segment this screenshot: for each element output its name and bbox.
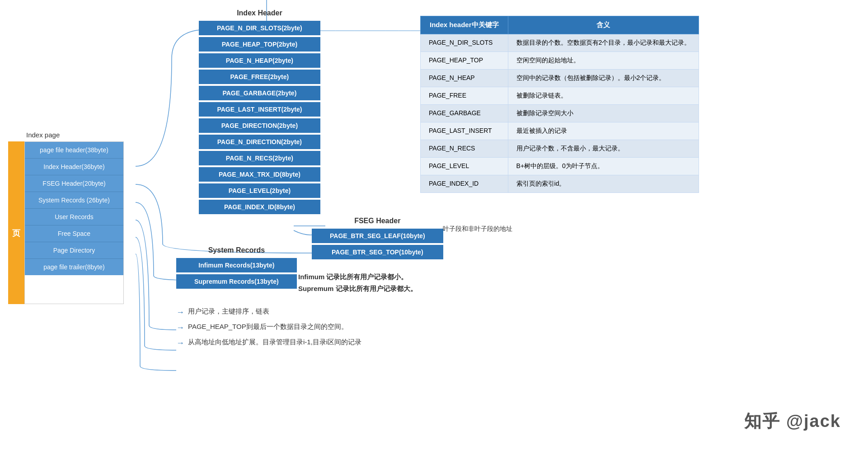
index-page-label: Index page (26, 131, 124, 139)
annotation-text: PAGE_HEAP_TOP到最后一个数据目录之间的空间。 (188, 323, 348, 331)
index-header-item: PAGE_LAST_INSERT(2byte) (199, 102, 320, 117)
page-row: page file trailer(8byte) (25, 259, 123, 275)
index-header-list: PAGE_N_DIR_SLOTS(2byte)PAGE_HEAP_TOP(2by… (199, 21, 320, 214)
index-header-section: Index Header PAGE_N_DIR_SLOTS(2byte)PAGE… (199, 9, 320, 214)
index-header-item: PAGE_N_HEAP(2byte) (199, 53, 320, 68)
page-row: FSEG Header(20byte) (25, 175, 123, 192)
info-table: Index header中关键字 含义 PAGE_N_DIR_SLOTS数据目录… (420, 16, 699, 193)
index-header-item: PAGE_FREE(2byte) (199, 70, 320, 84)
table-cell: PAGE_INDEX_ID (421, 175, 508, 193)
table-cell: 被删除记录链表。 (508, 87, 699, 105)
table-row: PAGE_N_HEAP空间中的记录数（包括被删除记录）。最小2个记录。 (421, 70, 699, 87)
index-header-item: PAGE_N_DIR_SLOTS(2byte) (199, 21, 320, 35)
table-row: PAGE_LEVELB+树中的层级。0为叶子节点。 (421, 158, 699, 175)
table-cell: B+树中的层级。0为叶子节点。 (508, 158, 699, 175)
fseg-header-section: FSEG Header PAGE_BTR_SEG_LEAF(10byte)PAG… (312, 217, 443, 259)
arrow-icon: → (176, 308, 184, 317)
table-cell: 被删除记录空间大小 (508, 105, 699, 122)
table-cell: PAGE_LAST_INSERT (421, 122, 508, 140)
index-header-item: PAGE_N_RECS(2byte) (199, 151, 320, 165)
index-header-item: PAGE_MAX_TRX_ID(8byte) (199, 167, 320, 182)
fseg-header-title: FSEG Header (312, 217, 443, 225)
table-cell: 空闲空间的起始地址。 (508, 52, 699, 70)
page-row: User Records (25, 209, 123, 225)
annotation-text: 用户记录，主键排序，链表 (188, 307, 269, 316)
table-row: PAGE_FREE被删除记录链表。 (421, 87, 699, 105)
page-side-label: 页 (8, 141, 24, 304)
table-body: PAGE_N_DIR_SLOTS数据目录的个数。空数据页有2个目录，最小记录和最… (421, 34, 699, 193)
table-cell: PAGE_N_RECS (421, 140, 508, 158)
table-cell: 最近被插入的记录 (508, 122, 699, 140)
index-header-item: PAGE_DIRECTION(2byte) (199, 118, 320, 133)
table-row: PAGE_HEAP_TOP空闲空间的起始地址。 (421, 52, 699, 70)
index-page-section: Index page 页 page file header(38byte)Ind… (8, 131, 124, 304)
table-row: PAGE_GARBAGE被删除记录空间大小 (421, 105, 699, 122)
annotation-line: →PAGE_HEAP_TOP到最后一个数据目录之间的空间。 (176, 323, 361, 333)
table-cell: 索引页的索引id。 (508, 175, 699, 193)
fseg-header-item: PAGE_BTR_SEG_LEAF(10byte) (312, 229, 443, 243)
fseg-header-item: PAGE_BTR_SEG_TOP(10byte) (312, 245, 443, 259)
page-row: System Records (26byte) (25, 192, 123, 209)
arrow-icon: → (176, 338, 184, 348)
system-records-note2: Supremum 记录比所有用户记录都大。 (298, 283, 417, 295)
system-records-note: Infimum 记录比所有用户记录都小。 Supremum 记录比所有用户记录都… (298, 271, 417, 294)
table-row: PAGE_N_RECS用户记录个数，不含最小，最大记录。 (421, 140, 699, 158)
page-row: page file header(38byte) (25, 142, 123, 159)
table-cell: PAGE_FREE (421, 87, 508, 105)
table-cell: PAGE_GARBAGE (421, 105, 508, 122)
watermark: 知乎 @jack (744, 410, 841, 433)
fseg-label: 叶子段和非叶子段的地址 (443, 225, 512, 233)
table-cell: 空间中的记录数（包括被删除记录）。最小2个记录。 (508, 70, 699, 87)
table-cell: PAGE_LEVEL (421, 158, 508, 175)
index-header-title: Index Header (199, 9, 320, 17)
index-header-item: PAGE_LEVEL(2byte) (199, 183, 320, 198)
table-row: PAGE_N_DIR_SLOTS数据目录的个数。空数据页有2个目录，最小记录和最… (421, 34, 699, 52)
table-row: PAGE_INDEX_ID索引页的索引id。 (421, 175, 699, 193)
table-row: PAGE_LAST_INSERT最近被插入的记录 (421, 122, 699, 140)
table-header-meaning: 含义 (508, 16, 699, 34)
system-records-list: Infimum Records(13byte)Supremum Records(… (176, 258, 297, 289)
page-row: Index Header(36byte) (25, 159, 123, 175)
arrow-icon: → (176, 323, 184, 333)
system-records-note1: Infimum 记录比所有用户记录都小。 (298, 271, 417, 283)
annotation-line: →用户记录，主键排序，链表 (176, 307, 361, 317)
fseg-header-list: PAGE_BTR_SEG_LEAF(10byte)PAGE_BTR_SEG_TO… (312, 229, 443, 259)
table-cell: 数据目录的个数。空数据页有2个目录，最小记录和最大记录。 (508, 34, 699, 52)
index-header-item: PAGE_HEAP_TOP(2byte) (199, 37, 320, 52)
annotation-text: 从高地址向低地址扩展。目录管理目录i-1,目录i区间的记录 (188, 338, 361, 347)
page-rows: page file header(38byte)Index Header(36b… (24, 141, 124, 304)
system-records-section: System Records Infimum Records(13byte)Su… (176, 246, 297, 289)
page-row: Page Directory (25, 242, 123, 259)
table-cell: PAGE_N_HEAP (421, 70, 508, 87)
system-records-item: Supremum Records(13byte) (176, 274, 297, 289)
table-cell: 用户记录个数，不含最小，最大记录。 (508, 140, 699, 158)
table-cell: PAGE_N_DIR_SLOTS (421, 34, 508, 52)
system-records-item: Infimum Records(13byte) (176, 258, 297, 272)
page-row: Free Space (25, 225, 123, 242)
index-header-item: PAGE_GARBAGE(2byte) (199, 86, 320, 100)
annotation-line: →从高地址向低地址扩展。目录管理目录i-1,目录i区间的记录 (176, 338, 361, 348)
table-header-key: Index header中关键字 (421, 16, 508, 34)
table-cell: PAGE_HEAP_TOP (421, 52, 508, 70)
index-header-item: PAGE_N_DIRECTION(2byte) (199, 135, 320, 149)
system-records-title: System Records (176, 246, 297, 254)
index-header-item: PAGE_INDEX_ID(8byte) (199, 200, 320, 214)
page-box: 页 page file header(38byte)Index Header(3… (8, 141, 124, 304)
annotation-block: →用户记录，主键排序，链表→PAGE_HEAP_TOP到最后一个数据目录之间的空… (176, 307, 361, 353)
